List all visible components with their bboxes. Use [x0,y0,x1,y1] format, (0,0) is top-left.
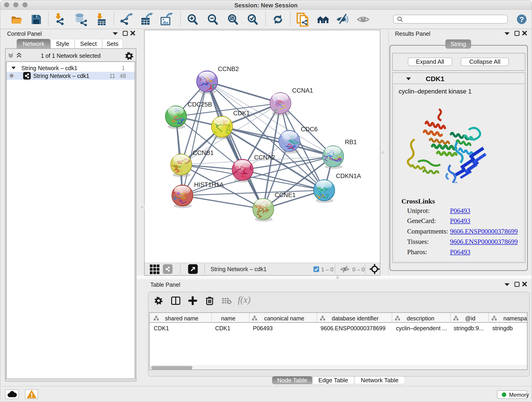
svg-text:CDK1: CDK1 [233,110,250,117]
svg-text:CDC6: CDC6 [301,126,318,133]
svg-text:CCNB1: CCNB1 [193,149,214,156]
svg-text:CDKN1A: CDKN1A [336,172,361,179]
svg-text:CCNB2: CCNB2 [218,65,239,72]
svg-text:RB1: RB1 [345,139,357,146]
svg-text:CCNA1: CCNA1 [292,87,313,94]
svg-text:CCNE1: CCNE1 [275,191,296,198]
svg-text:HIST1H1A: HIST1H1A [194,181,224,188]
svg-text:CCNA2: CCNA2 [254,154,275,161]
svg-text:CDC25B: CDC25B [188,101,212,108]
